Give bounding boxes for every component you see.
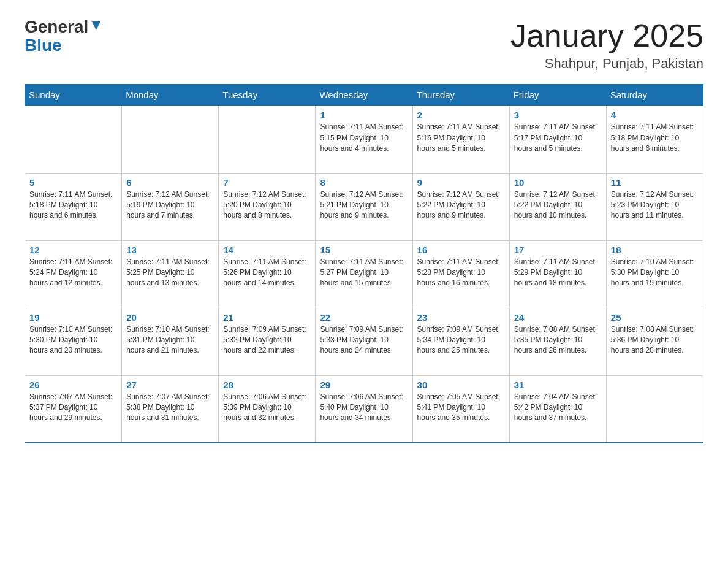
day-number: 21: [223, 312, 311, 323]
day-number: 14: [223, 245, 311, 255]
day-info: Sunrise: 7:06 AM Sunset: 5:40 PM Dayligh…: [320, 392, 408, 424]
day-info: Sunrise: 7:11 AM Sunset: 5:17 PM Dayligh…: [514, 122, 602, 154]
logo-general-text: General: [25, 18, 88, 36]
day-info: Sunrise: 7:09 AM Sunset: 5:33 PM Dayligh…: [320, 324, 408, 356]
day-number: 27: [126, 380, 214, 390]
table-row: 3Sunrise: 7:11 AM Sunset: 5:17 PM Daylig…: [509, 105, 606, 173]
col-wednesday: Wednesday: [316, 85, 412, 106]
calendar-body: 1Sunrise: 7:11 AM Sunset: 5:15 PM Daylig…: [25, 105, 703, 443]
day-number: 17: [514, 245, 602, 255]
day-info: Sunrise: 7:11 AM Sunset: 5:25 PM Dayligh…: [126, 257, 214, 289]
day-number: 16: [417, 245, 505, 255]
day-info: Sunrise: 7:07 AM Sunset: 5:38 PM Dayligh…: [126, 392, 214, 424]
day-info: Sunrise: 7:09 AM Sunset: 5:32 PM Dayligh…: [223, 324, 311, 356]
calendar-week-row: 1Sunrise: 7:11 AM Sunset: 5:15 PM Daylig…: [25, 105, 703, 173]
table-row: 5Sunrise: 7:11 AM Sunset: 5:18 PM Daylig…: [25, 173, 122, 240]
day-info: Sunrise: 7:12 AM Sunset: 5:19 PM Dayligh…: [126, 190, 214, 221]
table-row: 22Sunrise: 7:09 AM Sunset: 5:33 PM Dayli…: [316, 308, 412, 375]
table-row: 26Sunrise: 7:07 AM Sunset: 5:37 PM Dayli…: [25, 375, 122, 443]
table-row: [219, 105, 316, 173]
col-thursday: Thursday: [412, 85, 509, 106]
day-number: 23: [417, 312, 505, 323]
day-number: 8: [320, 177, 408, 188]
day-number: 13: [126, 245, 214, 255]
day-number: 5: [29, 177, 117, 188]
table-row: [122, 105, 219, 173]
day-number: 20: [126, 312, 214, 323]
day-info: Sunrise: 7:11 AM Sunset: 5:29 PM Dayligh…: [514, 257, 602, 289]
table-row: 11Sunrise: 7:12 AM Sunset: 5:23 PM Dayli…: [606, 173, 703, 240]
day-number: 3: [514, 110, 602, 120]
calendar-header: Sunday Monday Tuesday Wednesday Thursday…: [25, 85, 703, 106]
day-info: Sunrise: 7:10 AM Sunset: 5:31 PM Dayligh…: [126, 324, 214, 356]
day-number: 31: [514, 380, 602, 390]
day-info: Sunrise: 7:11 AM Sunset: 5:26 PM Dayligh…: [223, 257, 311, 289]
day-info: Sunrise: 7:11 AM Sunset: 5:28 PM Dayligh…: [417, 257, 505, 289]
table-row: 15Sunrise: 7:11 AM Sunset: 5:27 PM Dayli…: [316, 240, 412, 308]
day-number: 9: [417, 177, 505, 188]
table-row: 27Sunrise: 7:07 AM Sunset: 5:38 PM Dayli…: [122, 375, 219, 443]
logo-blue-text: Blue: [25, 36, 62, 55]
day-info: Sunrise: 7:12 AM Sunset: 5:21 PM Dayligh…: [320, 190, 408, 221]
table-row: [25, 105, 122, 173]
day-number: 24: [514, 312, 602, 323]
day-info: Sunrise: 7:11 AM Sunset: 5:27 PM Dayligh…: [320, 257, 408, 289]
day-number: 2: [417, 110, 505, 120]
table-row: 23Sunrise: 7:09 AM Sunset: 5:34 PM Dayli…: [412, 308, 509, 375]
day-number: 19: [29, 312, 117, 323]
day-number: 15: [320, 245, 408, 255]
day-number: 18: [611, 245, 699, 255]
table-row: 28Sunrise: 7:06 AM Sunset: 5:39 PM Dayli…: [219, 375, 316, 443]
day-number: 10: [514, 177, 602, 188]
table-row: 31Sunrise: 7:04 AM Sunset: 5:42 PM Dayli…: [509, 375, 606, 443]
day-number: 22: [320, 312, 408, 323]
day-info: Sunrise: 7:09 AM Sunset: 5:34 PM Dayligh…: [417, 324, 505, 356]
table-row: 9Sunrise: 7:12 AM Sunset: 5:22 PM Daylig…: [412, 173, 509, 240]
table-row: 30Sunrise: 7:05 AM Sunset: 5:41 PM Dayli…: [412, 375, 509, 443]
day-info: Sunrise: 7:11 AM Sunset: 5:16 PM Dayligh…: [417, 122, 505, 154]
day-number: 12: [29, 245, 117, 255]
day-number: 6: [126, 177, 214, 188]
day-number: 26: [29, 380, 117, 390]
day-info: Sunrise: 7:10 AM Sunset: 5:30 PM Dayligh…: [611, 257, 699, 289]
day-info: Sunrise: 7:12 AM Sunset: 5:20 PM Dayligh…: [223, 190, 311, 221]
day-number: 25: [611, 312, 699, 323]
table-row: 12Sunrise: 7:11 AM Sunset: 5:24 PM Dayli…: [25, 240, 122, 308]
calendar-week-row: 12Sunrise: 7:11 AM Sunset: 5:24 PM Dayli…: [25, 240, 703, 308]
table-row: 29Sunrise: 7:06 AM Sunset: 5:40 PM Dayli…: [316, 375, 412, 443]
table-row: 8Sunrise: 7:12 AM Sunset: 5:21 PM Daylig…: [316, 173, 412, 240]
table-row: 17Sunrise: 7:11 AM Sunset: 5:29 PM Dayli…: [509, 240, 606, 308]
table-row: 24Sunrise: 7:08 AM Sunset: 5:35 PM Dayli…: [509, 308, 606, 375]
day-number: 7: [223, 177, 311, 188]
day-info: Sunrise: 7:12 AM Sunset: 5:22 PM Dayligh…: [514, 190, 602, 221]
table-row: 19Sunrise: 7:10 AM Sunset: 5:30 PM Dayli…: [25, 308, 122, 375]
table-row: 13Sunrise: 7:11 AM Sunset: 5:25 PM Dayli…: [122, 240, 219, 308]
logo: General Blue: [25, 18, 103, 55]
table-row: 14Sunrise: 7:11 AM Sunset: 5:26 PM Dayli…: [219, 240, 316, 308]
table-row: 20Sunrise: 7:10 AM Sunset: 5:31 PM Dayli…: [122, 308, 219, 375]
day-info: Sunrise: 7:11 AM Sunset: 5:18 PM Dayligh…: [611, 122, 699, 154]
location-text: Shahpur, Punjab, Pakistan: [510, 56, 703, 72]
day-number: 30: [417, 380, 505, 390]
day-info: Sunrise: 7:11 AM Sunset: 5:24 PM Dayligh…: [29, 257, 117, 289]
day-number: 29: [320, 380, 408, 390]
title-block: January 2025 Shahpur, Punjab, Pakistan: [510, 18, 703, 72]
col-monday: Monday: [122, 85, 219, 106]
day-info: Sunrise: 7:07 AM Sunset: 5:37 PM Dayligh…: [29, 392, 117, 424]
calendar-week-row: 26Sunrise: 7:07 AM Sunset: 5:37 PM Dayli…: [25, 375, 703, 443]
day-info: Sunrise: 7:11 AM Sunset: 5:15 PM Dayligh…: [320, 122, 408, 154]
calendar-week-row: 19Sunrise: 7:10 AM Sunset: 5:30 PM Dayli…: [25, 308, 703, 375]
table-row: 1Sunrise: 7:11 AM Sunset: 5:15 PM Daylig…: [316, 105, 412, 173]
page-header: General Blue January 2025 Shahpur, Punja…: [25, 18, 703, 72]
header-row: Sunday Monday Tuesday Wednesday Thursday…: [25, 85, 703, 106]
day-info: Sunrise: 7:12 AM Sunset: 5:22 PM Dayligh…: [417, 190, 505, 221]
day-info: Sunrise: 7:11 AM Sunset: 5:18 PM Dayligh…: [29, 190, 117, 221]
calendar-week-row: 5Sunrise: 7:11 AM Sunset: 5:18 PM Daylig…: [25, 173, 703, 240]
col-friday: Friday: [509, 85, 606, 106]
table-row: 2Sunrise: 7:11 AM Sunset: 5:16 PM Daylig…: [412, 105, 509, 173]
table-row: 16Sunrise: 7:11 AM Sunset: 5:28 PM Dayli…: [412, 240, 509, 308]
day-info: Sunrise: 7:10 AM Sunset: 5:30 PM Dayligh…: [29, 324, 117, 356]
table-row: 6Sunrise: 7:12 AM Sunset: 5:19 PM Daylig…: [122, 173, 219, 240]
day-info: Sunrise: 7:08 AM Sunset: 5:36 PM Dayligh…: [611, 324, 699, 356]
day-info: Sunrise: 7:12 AM Sunset: 5:23 PM Dayligh…: [611, 190, 699, 221]
